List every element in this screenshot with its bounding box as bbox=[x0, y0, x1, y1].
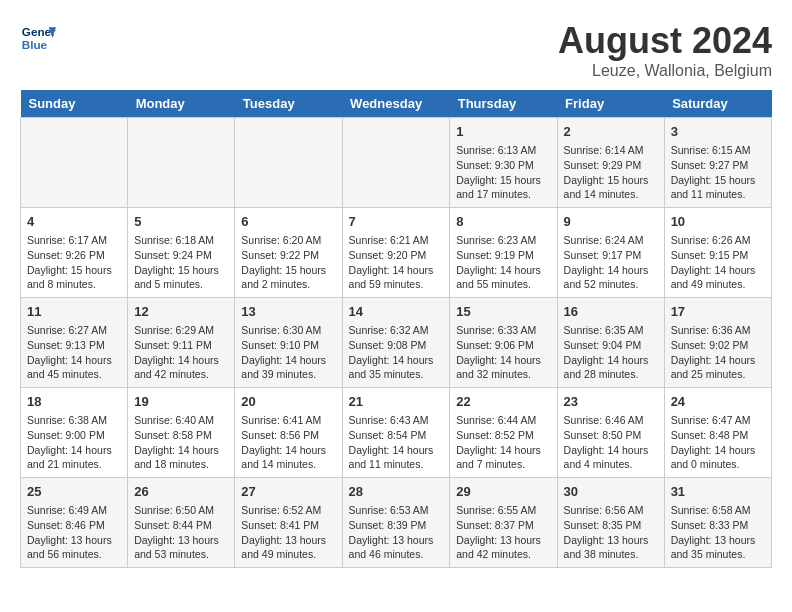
col-header-saturday: Saturday bbox=[664, 90, 771, 118]
calendar-cell bbox=[235, 118, 342, 208]
day-number: 11 bbox=[27, 303, 121, 321]
day-number: 25 bbox=[27, 483, 121, 501]
calendar-cell: 9Sunrise: 6:24 AM Sunset: 9:17 PM Daylig… bbox=[557, 208, 664, 298]
calendar-cell: 4Sunrise: 6:17 AM Sunset: 9:26 PM Daylig… bbox=[21, 208, 128, 298]
calendar-cell: 28Sunrise: 6:53 AM Sunset: 8:39 PM Dayli… bbox=[342, 478, 450, 568]
day-info: Sunrise: 6:21 AM Sunset: 9:20 PM Dayligh… bbox=[349, 233, 444, 292]
calendar-cell: 30Sunrise: 6:56 AM Sunset: 8:35 PM Dayli… bbox=[557, 478, 664, 568]
day-number: 18 bbox=[27, 393, 121, 411]
day-number: 1 bbox=[456, 123, 550, 141]
day-info: Sunrise: 6:13 AM Sunset: 9:30 PM Dayligh… bbox=[456, 143, 550, 202]
day-number: 26 bbox=[134, 483, 228, 501]
col-header-sunday: Sunday bbox=[21, 90, 128, 118]
day-info: Sunrise: 6:40 AM Sunset: 8:58 PM Dayligh… bbox=[134, 413, 228, 472]
day-info: Sunrise: 6:49 AM Sunset: 8:46 PM Dayligh… bbox=[27, 503, 121, 562]
main-title: August 2024 bbox=[558, 20, 772, 62]
day-number: 20 bbox=[241, 393, 335, 411]
header-row: SundayMondayTuesdayWednesdayThursdayFrid… bbox=[21, 90, 772, 118]
day-info: Sunrise: 6:17 AM Sunset: 9:26 PM Dayligh… bbox=[27, 233, 121, 292]
day-info: Sunrise: 6:20 AM Sunset: 9:22 PM Dayligh… bbox=[241, 233, 335, 292]
calendar-cell: 25Sunrise: 6:49 AM Sunset: 8:46 PM Dayli… bbox=[21, 478, 128, 568]
day-info: Sunrise: 6:27 AM Sunset: 9:13 PM Dayligh… bbox=[27, 323, 121, 382]
calendar-cell: 16Sunrise: 6:35 AM Sunset: 9:04 PM Dayli… bbox=[557, 298, 664, 388]
calendar-cell: 10Sunrise: 6:26 AM Sunset: 9:15 PM Dayli… bbox=[664, 208, 771, 298]
calendar-cell bbox=[128, 118, 235, 208]
day-number: 5 bbox=[134, 213, 228, 231]
day-number: 19 bbox=[134, 393, 228, 411]
day-number: 28 bbox=[349, 483, 444, 501]
col-header-friday: Friday bbox=[557, 90, 664, 118]
calendar-cell: 13Sunrise: 6:30 AM Sunset: 9:10 PM Dayli… bbox=[235, 298, 342, 388]
day-number: 12 bbox=[134, 303, 228, 321]
calendar-cell: 2Sunrise: 6:14 AM Sunset: 9:29 PM Daylig… bbox=[557, 118, 664, 208]
calendar-header: SundayMondayTuesdayWednesdayThursdayFrid… bbox=[21, 90, 772, 118]
day-info: Sunrise: 6:30 AM Sunset: 9:10 PM Dayligh… bbox=[241, 323, 335, 382]
col-header-monday: Monday bbox=[128, 90, 235, 118]
week-row-4: 18Sunrise: 6:38 AM Sunset: 9:00 PM Dayli… bbox=[21, 388, 772, 478]
calendar-cell: 17Sunrise: 6:36 AM Sunset: 9:02 PM Dayli… bbox=[664, 298, 771, 388]
day-info: Sunrise: 6:44 AM Sunset: 8:52 PM Dayligh… bbox=[456, 413, 550, 472]
col-header-thursday: Thursday bbox=[450, 90, 557, 118]
day-number: 27 bbox=[241, 483, 335, 501]
calendar-body: 1Sunrise: 6:13 AM Sunset: 9:30 PM Daylig… bbox=[21, 118, 772, 568]
day-info: Sunrise: 6:56 AM Sunset: 8:35 PM Dayligh… bbox=[564, 503, 658, 562]
day-number: 30 bbox=[564, 483, 658, 501]
day-info: Sunrise: 6:23 AM Sunset: 9:19 PM Dayligh… bbox=[456, 233, 550, 292]
page-header: General Blue August 2024 Leuze, Wallonia… bbox=[20, 20, 772, 80]
day-info: Sunrise: 6:36 AM Sunset: 9:02 PM Dayligh… bbox=[671, 323, 765, 382]
day-info: Sunrise: 6:41 AM Sunset: 8:56 PM Dayligh… bbox=[241, 413, 335, 472]
day-number: 23 bbox=[564, 393, 658, 411]
day-number: 9 bbox=[564, 213, 658, 231]
calendar-cell bbox=[21, 118, 128, 208]
day-number: 7 bbox=[349, 213, 444, 231]
day-number: 14 bbox=[349, 303, 444, 321]
calendar-cell: 15Sunrise: 6:33 AM Sunset: 9:06 PM Dayli… bbox=[450, 298, 557, 388]
col-header-tuesday: Tuesday bbox=[235, 90, 342, 118]
week-row-3: 11Sunrise: 6:27 AM Sunset: 9:13 PM Dayli… bbox=[21, 298, 772, 388]
day-number: 13 bbox=[241, 303, 335, 321]
day-info: Sunrise: 6:26 AM Sunset: 9:15 PM Dayligh… bbox=[671, 233, 765, 292]
day-number: 21 bbox=[349, 393, 444, 411]
day-number: 16 bbox=[564, 303, 658, 321]
day-info: Sunrise: 6:55 AM Sunset: 8:37 PM Dayligh… bbox=[456, 503, 550, 562]
day-info: Sunrise: 6:35 AM Sunset: 9:04 PM Dayligh… bbox=[564, 323, 658, 382]
day-number: 2 bbox=[564, 123, 658, 141]
day-info: Sunrise: 6:38 AM Sunset: 9:00 PM Dayligh… bbox=[27, 413, 121, 472]
calendar-cell: 14Sunrise: 6:32 AM Sunset: 9:08 PM Dayli… bbox=[342, 298, 450, 388]
day-info: Sunrise: 6:29 AM Sunset: 9:11 PM Dayligh… bbox=[134, 323, 228, 382]
day-number: 4 bbox=[27, 213, 121, 231]
svg-text:Blue: Blue bbox=[22, 38, 48, 51]
day-info: Sunrise: 6:46 AM Sunset: 8:50 PM Dayligh… bbox=[564, 413, 658, 472]
day-number: 10 bbox=[671, 213, 765, 231]
calendar-cell: 8Sunrise: 6:23 AM Sunset: 9:19 PM Daylig… bbox=[450, 208, 557, 298]
calendar-cell: 11Sunrise: 6:27 AM Sunset: 9:13 PM Dayli… bbox=[21, 298, 128, 388]
day-info: Sunrise: 6:50 AM Sunset: 8:44 PM Dayligh… bbox=[134, 503, 228, 562]
general-blue-logo-icon: General Blue bbox=[20, 20, 56, 56]
day-number: 31 bbox=[671, 483, 765, 501]
calendar-cell: 29Sunrise: 6:55 AM Sunset: 8:37 PM Dayli… bbox=[450, 478, 557, 568]
week-row-1: 1Sunrise: 6:13 AM Sunset: 9:30 PM Daylig… bbox=[21, 118, 772, 208]
calendar-cell: 31Sunrise: 6:58 AM Sunset: 8:33 PM Dayli… bbox=[664, 478, 771, 568]
calendar-cell: 12Sunrise: 6:29 AM Sunset: 9:11 PM Dayli… bbox=[128, 298, 235, 388]
calendar-cell: 26Sunrise: 6:50 AM Sunset: 8:44 PM Dayli… bbox=[128, 478, 235, 568]
day-number: 3 bbox=[671, 123, 765, 141]
title-block: August 2024 Leuze, Wallonia, Belgium bbox=[558, 20, 772, 80]
calendar-cell: 18Sunrise: 6:38 AM Sunset: 9:00 PM Dayli… bbox=[21, 388, 128, 478]
col-header-wednesday: Wednesday bbox=[342, 90, 450, 118]
day-info: Sunrise: 6:15 AM Sunset: 9:27 PM Dayligh… bbox=[671, 143, 765, 202]
day-info: Sunrise: 6:33 AM Sunset: 9:06 PM Dayligh… bbox=[456, 323, 550, 382]
day-info: Sunrise: 6:53 AM Sunset: 8:39 PM Dayligh… bbox=[349, 503, 444, 562]
calendar-cell: 23Sunrise: 6:46 AM Sunset: 8:50 PM Dayli… bbox=[557, 388, 664, 478]
day-info: Sunrise: 6:52 AM Sunset: 8:41 PM Dayligh… bbox=[241, 503, 335, 562]
calendar-cell: 21Sunrise: 6:43 AM Sunset: 8:54 PM Dayli… bbox=[342, 388, 450, 478]
calendar-cell: 5Sunrise: 6:18 AM Sunset: 9:24 PM Daylig… bbox=[128, 208, 235, 298]
subtitle: Leuze, Wallonia, Belgium bbox=[558, 62, 772, 80]
calendar-cell: 27Sunrise: 6:52 AM Sunset: 8:41 PM Dayli… bbox=[235, 478, 342, 568]
day-number: 6 bbox=[241, 213, 335, 231]
calendar-cell: 7Sunrise: 6:21 AM Sunset: 9:20 PM Daylig… bbox=[342, 208, 450, 298]
day-number: 15 bbox=[456, 303, 550, 321]
day-number: 8 bbox=[456, 213, 550, 231]
day-number: 29 bbox=[456, 483, 550, 501]
day-number: 24 bbox=[671, 393, 765, 411]
calendar-table: SundayMondayTuesdayWednesdayThursdayFrid… bbox=[20, 90, 772, 568]
